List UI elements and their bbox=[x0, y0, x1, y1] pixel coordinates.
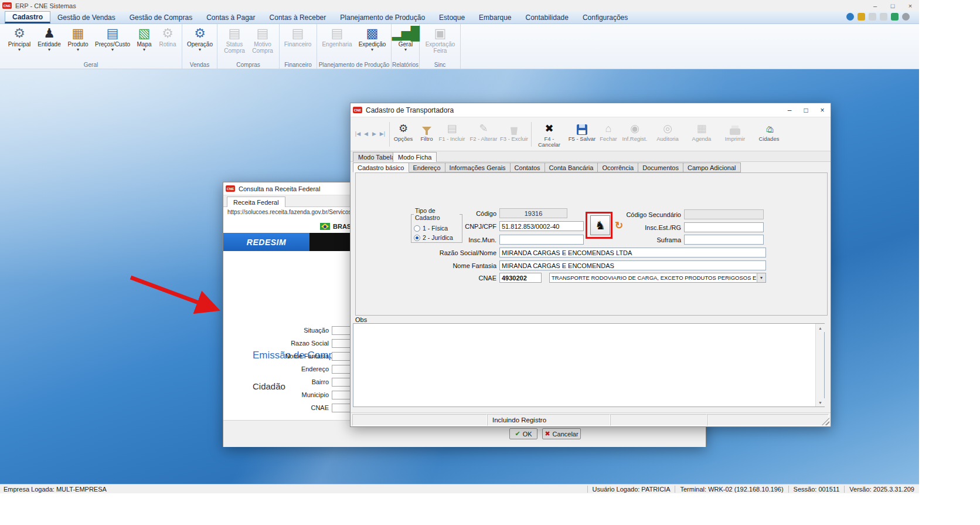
tab-conta-bancaria[interactable]: Conta Bancária bbox=[545, 162, 598, 172]
radio-icon bbox=[414, 225, 420, 232]
cancelar-button[interactable]: ✖ F4 - Cancelar bbox=[533, 121, 565, 149]
receita-url: https://solucoes.receita.fazenda.gov.br/… bbox=[227, 209, 363, 215]
globe-icon[interactable] bbox=[846, 13, 854, 21]
ribbon-group-label: Planejamento de Produção bbox=[317, 62, 391, 68]
ribbon-item-principal[interactable]: ⚙ Principal ▾ bbox=[4, 26, 35, 61]
cancel-button[interactable]: ✖ Cancelar bbox=[542, 428, 581, 439]
tab-gestao-de-vendas[interactable]: Gestão de Vendas bbox=[50, 11, 122, 23]
cnae-code-field[interactable] bbox=[499, 273, 542, 283]
audit-icon: ◎ bbox=[663, 121, 672, 135]
tab-planejamento-de-producao[interactable]: Planejamento de Produção bbox=[333, 11, 432, 23]
tab-estoque[interactable]: Estoque bbox=[432, 11, 472, 23]
tab-receita-federal[interactable]: Receita Federal bbox=[227, 197, 285, 207]
tab-documentos[interactable]: Documentos bbox=[638, 162, 683, 172]
chevron-down-icon[interactable]: ▾ bbox=[757, 273, 765, 282]
app-minimize-button[interactable]: – bbox=[866, 1, 884, 11]
tab-ocorrencia[interactable]: Ocorrência bbox=[598, 162, 638, 172]
nav-next-button[interactable]: ▶ bbox=[370, 129, 378, 138]
record-info-icon: ◉ bbox=[630, 121, 639, 135]
ribbon-item-mapa[interactable]: ▧ Mapa ▾ bbox=[132, 26, 156, 61]
mode-tabs: Modo Tabela Modo Ficha bbox=[351, 151, 831, 162]
document-icon: ▤ bbox=[292, 26, 304, 41]
x-icon: ✖ bbox=[545, 430, 550, 438]
disk-icon: ▣ bbox=[434, 26, 447, 41]
excluir-button: F3 - Excluir bbox=[498, 121, 530, 149]
ribbon-item-entidade[interactable]: ♟ Entidade ▾ bbox=[35, 26, 63, 61]
inf-regist-button: ◉ Inf.Regist. bbox=[619, 121, 651, 149]
ribbon-group-label: Compras bbox=[217, 62, 279, 68]
obs-textarea[interactable]: ▲ ▼ bbox=[353, 323, 825, 407]
chevron-down-icon: ▾ bbox=[371, 48, 373, 52]
ribbon-item-operacao[interactable]: ⚙ Operação ▾ bbox=[186, 26, 214, 61]
cnae-description-combo[interactable]: TRANSPORTE RODOVIARIO DE CARGA, EXCETO P… bbox=[549, 273, 766, 283]
monitor-icon[interactable] bbox=[880, 13, 887, 21]
transportadora-titlebar[interactable]: CNE Cadastro de Transportadora – □ × bbox=[351, 103, 831, 117]
sessao-info: Sessão: 001511 bbox=[788, 486, 845, 493]
codigo-secundario-field[interactable] bbox=[684, 209, 764, 219]
tab-contabilidade[interactable]: Contabilidade bbox=[518, 11, 575, 23]
ribbon-group-geral: ⚙ Principal ▾ ♟ Entidade ▾ ▦ Produto ▾ ▤… bbox=[0, 24, 182, 69]
cnpj-cpf-label: CNPJ/CPF bbox=[432, 223, 496, 230]
chevron-down-icon: ▾ bbox=[199, 48, 201, 52]
funnel-icon bbox=[422, 121, 431, 135]
minimize-button[interactable]: – bbox=[781, 104, 798, 116]
nav-last-button[interactable]: ▶| bbox=[379, 129, 386, 138]
maximize-button[interactable]: □ bbox=[798, 104, 814, 116]
endereco-label: Endereço bbox=[253, 365, 329, 372]
sync-icon[interactable] bbox=[891, 13, 899, 21]
ok-button[interactable]: ✔ OK bbox=[509, 428, 537, 439]
key-icon[interactable] bbox=[858, 13, 865, 21]
app-maximize-button[interactable]: □ bbox=[884, 1, 901, 11]
insc-est-rg-field[interactable] bbox=[684, 222, 764, 232]
cnpj-cpf-field[interactable] bbox=[499, 221, 584, 231]
floppy-disk-icon bbox=[577, 121, 587, 135]
ribbon-item-produto[interactable]: ▦ Produto ▾ bbox=[63, 26, 93, 61]
scroll-up-icon[interactable]: ▲ bbox=[816, 324, 825, 332]
tab-modo-ficha[interactable]: Modo Ficha bbox=[393, 152, 437, 162]
tab-informacoes-gerais[interactable]: Informações Gerais bbox=[445, 162, 511, 172]
window-icon[interactable] bbox=[869, 13, 876, 21]
auditoria-button: ◎ Auditoria bbox=[652, 121, 683, 149]
ribbon-item-precos-custo[interactable]: ▤ Preços/Custo ▾ bbox=[94, 26, 131, 61]
razao-social-nome-field[interactable] bbox=[499, 248, 766, 258]
tab-cadastro-basico[interactable]: Cadastro básico bbox=[353, 162, 409, 172]
scroll-down-icon[interactable]: ▼ bbox=[816, 398, 825, 407]
tab-embarque[interactable]: Embarque bbox=[472, 11, 518, 23]
clock-icon[interactable] bbox=[902, 13, 910, 21]
nav-first-button[interactable]: |◀ bbox=[354, 129, 362, 138]
close-button[interactable]: × bbox=[814, 104, 831, 116]
codigo-label: Código bbox=[432, 210, 496, 217]
tab-contas-a-receber[interactable]: Contas à Receber bbox=[263, 11, 334, 23]
printer-icon bbox=[730, 121, 740, 135]
suframa-field[interactable] bbox=[684, 235, 764, 245]
gear-icon: ⚙ bbox=[194, 26, 206, 41]
cnae-code-label: CNAE bbox=[432, 275, 496, 282]
tab-cadastro[interactable]: Cadastro bbox=[5, 11, 50, 23]
empresa-logada: Empresa Logada: MULT-EMPRESA bbox=[4, 486, 107, 493]
tab-contatos[interactable]: Contatos bbox=[511, 162, 545, 172]
tab-contas-a-pagar[interactable]: Contas à Pagar bbox=[199, 11, 262, 23]
record-subtabs: Cadastro básico Endereço Informações Ger… bbox=[353, 162, 741, 172]
ribbon-item-expedicao[interactable]: ▩ Expedição ▾ bbox=[357, 26, 387, 61]
status-panel-3 bbox=[610, 414, 707, 426]
transportadora-window: CNE Cadastro de Transportadora – □ × |◀ … bbox=[350, 103, 831, 427]
ribbon-item-geral[interactable]: ▂▅█ Geral ▾ bbox=[392, 26, 420, 61]
tab-gestao-de-compras[interactable]: Gestão de Compras bbox=[122, 11, 199, 23]
truck-icon: ▩ bbox=[366, 26, 379, 41]
transportadora-window-title: Cadastro de Transportadora bbox=[366, 106, 454, 114]
vertical-scrollbar[interactable]: ▲ ▼ bbox=[815, 324, 824, 407]
chevron-down-icon: ▾ bbox=[143, 48, 145, 52]
tab-endereco[interactable]: Endereço bbox=[409, 162, 445, 172]
ribbon-group-label: Relatórios bbox=[392, 62, 419, 68]
nome-fantasia-field[interactable] bbox=[499, 260, 766, 270]
chevron-down-icon: ▾ bbox=[404, 48, 407, 52]
cidades-button[interactable]: ⌂ Cidades bbox=[753, 121, 785, 149]
tab-campo-adicional[interactable]: Campo Adicional bbox=[683, 162, 741, 172]
ribbon-group-planejamento: ▤ Engenharia ▩ Expedição ▾ Planejamento … bbox=[317, 24, 392, 69]
insc-mun-field[interactable] bbox=[499, 235, 584, 245]
nav-prev-button[interactable]: ◀ bbox=[362, 129, 370, 138]
status-panel-1 bbox=[352, 414, 487, 426]
tab-configuracoes[interactable]: Configurações bbox=[576, 11, 635, 23]
obs-label: Obs bbox=[355, 316, 367, 323]
app-close-button[interactable]: × bbox=[901, 1, 919, 11]
